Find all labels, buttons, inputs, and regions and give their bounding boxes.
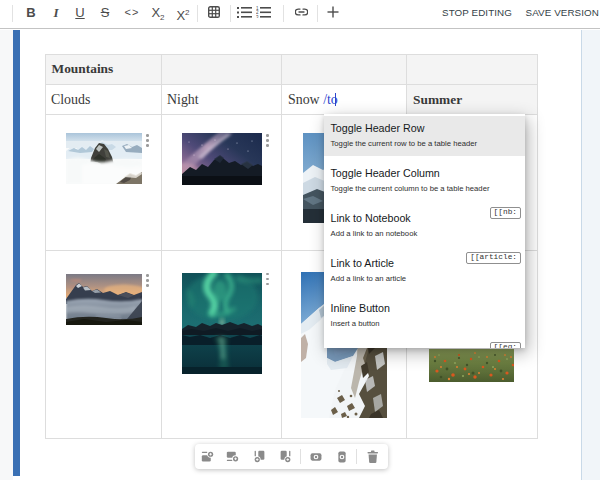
svg-text:3: 3	[256, 15, 259, 18]
